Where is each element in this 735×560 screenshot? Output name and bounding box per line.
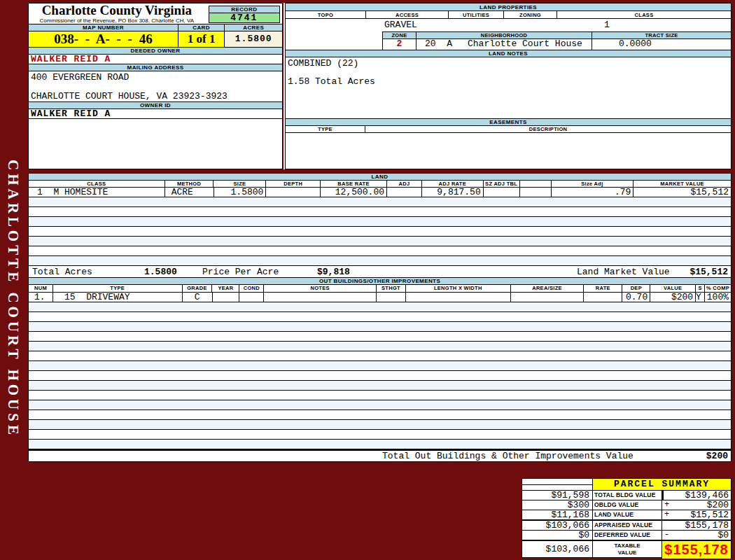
- neighborhood-value: 20 ACharlotte Court House: [416, 39, 592, 50]
- land-properties-values: GRAVEL 1 ZONE NEIGHBORHOOD TRACT SIZE 2 …: [286, 19, 731, 50]
- row-op: +: [662, 500, 671, 510]
- land-notes-text: COMBINED (22) 1.58 Total Acres: [286, 57, 731, 119]
- column-header-year: YEAR: [212, 285, 239, 292]
- ob-pct-comp-cell: 100%: [705, 293, 731, 302]
- column-header-type: TYPE: [286, 126, 365, 132]
- column-header-grade: GRADE: [183, 285, 213, 292]
- column-header-value: VALUE: [650, 285, 696, 292]
- parcel-summary: PARCEL SUMMARY $91,598 TOTAL BLDG VALUE …: [522, 478, 732, 558]
- column-header-topo: TOPO: [286, 11, 366, 18]
- prior-value: $91,598: [522, 491, 593, 500]
- column-header-dep: DEP: [622, 285, 650, 292]
- row-op: [662, 521, 671, 530]
- access-value: GRAVEL: [384, 20, 417, 29]
- column-header-type: TYPE: [53, 285, 183, 292]
- ob-type-cell: 15 DRIVEWAY: [53, 293, 183, 302]
- land-totals-row: Total Acres 1.5800 Price Per Acre $9,818…: [29, 266, 731, 278]
- land-method-cell: ACRE: [165, 188, 214, 197]
- neighborhood-label: NEIGHBORHOOD: [416, 32, 592, 38]
- summary-row-taxable: $103,066 TAXABLE VALUE $155,178: [522, 541, 731, 559]
- summary-row-land: $11,168 LAND VALUE + $15,512: [522, 510, 731, 521]
- record-box: RECORD 4741: [209, 6, 280, 23]
- summary-row-obldg: $300 OBLDG VALUE + $200: [522, 500, 731, 510]
- deeded-owner-value: WALKER REID A: [29, 55, 282, 64]
- land-depth-cell: [266, 188, 321, 197]
- mailing-address-label: MAILING ADDRESS: [29, 64, 282, 71]
- tract-size-value: 0.0000: [592, 39, 731, 50]
- taxable-label: TAXABLE VALUE: [593, 541, 662, 559]
- summary-row-appraised: $103,066 APPRAISED VALUE $155,178: [522, 521, 731, 531]
- column-header-zoning: ZONING: [504, 11, 557, 18]
- land-adj-cell: [387, 188, 422, 197]
- row-value: $155,178: [671, 521, 731, 530]
- column-header-description: DESCRIPTION: [365, 126, 731, 132]
- row-label: DEFERRED VALUE: [593, 531, 662, 540]
- ob-dep-cell: 0.70: [622, 293, 650, 302]
- map-number-value: 038- - A- - - 46: [29, 31, 178, 47]
- prior-value: $103,066: [522, 521, 593, 530]
- column-header-blank: [520, 181, 552, 187]
- land-empty-rows: [29, 197, 731, 266]
- prior-value: $300: [522, 500, 593, 510]
- county-sidebar-banner: CHARLOTTE COURT HOUSE: [4, 160, 22, 426]
- tract-size-label: TRACT SIZE: [592, 32, 731, 38]
- land-base-rate-cell: 12,500.00: [321, 188, 387, 197]
- record-value: 4741: [209, 13, 279, 22]
- row-op: [662, 491, 671, 500]
- map-card-acres-values: 038- - A- - - 46 1 of 1 1.5800: [29, 31, 282, 48]
- taxable-value: $155,178: [662, 541, 731, 559]
- ob-cond-cell: [239, 293, 264, 302]
- acres-value: 1.5800: [225, 31, 282, 47]
- land-size-adj-cell: .79: [552, 188, 634, 197]
- title-row: Charlotte County Virginia Commissioner o…: [29, 4, 282, 24]
- row-label: OBLDG VALUE: [593, 500, 662, 510]
- land-market-value-total: $15,512: [690, 267, 728, 277]
- property-record-page: CHARLOTTE COURT HOUSE Charlotte County V…: [0, 0, 735, 560]
- out-building-row: 1. 15 DRIVEWAY C 0.70 $200 Y 100%: [29, 293, 731, 302]
- price-per-acre-label: Price Per Acre: [202, 267, 279, 277]
- ob-sthgt-cell: [377, 293, 406, 302]
- ob-grade-cell: C: [183, 293, 213, 302]
- land-properties-headers: TOPO ACCESS UTILITIES ZONING CLASS: [286, 11, 731, 19]
- row-value: $139,466: [671, 491, 731, 500]
- zone-headers: ZONE NEIGHBORHOOD TRACT SIZE: [383, 32, 731, 39]
- total-acres-value: 1.5800: [144, 267, 177, 277]
- row-label: TOTAL BLDG VALUE: [593, 491, 662, 500]
- column-header-notes: NOTES: [264, 285, 377, 292]
- column-header-access: ACCESS: [366, 11, 449, 18]
- column-header-market-value: MARKET VALUE: [634, 181, 731, 187]
- price-per-acre-value: $9,818: [317, 267, 350, 277]
- neighborhood-name: Charlotte Court House: [468, 39, 582, 49]
- prior-value: $0: [522, 531, 593, 540]
- ob-num-cell: 1.: [29, 293, 53, 302]
- row-op: +: [662, 510, 671, 519]
- ob-rate-cell: [584, 293, 622, 302]
- parcel-summary-header: PARCEL SUMMARY: [522, 479, 731, 491]
- land-table-row: 1 M HOMESITE ACRE 1.5800 12,500.00 9,817…: [29, 188, 731, 197]
- class-value: 1: [604, 20, 610, 29]
- easements-headers: TYPE DESCRIPTION: [286, 126, 731, 133]
- column-header-depth: DEPTH: [266, 181, 321, 187]
- column-header-cond: COND: [239, 285, 264, 292]
- land-and-improvements-panel: LAND CLASS METHOD SIZE DEPTH BASE RATE A…: [28, 173, 732, 462]
- zone-values: 2 20 ACharlotte Court House 0.0000: [383, 39, 731, 50]
- card-label: CARD: [178, 24, 225, 31]
- zone-label: ZONE: [383, 32, 416, 38]
- row-op: -: [662, 531, 671, 540]
- map-card-acres-headers: MAP NUMBER CARD ACRES: [29, 24, 282, 31]
- summary-row-deferred: $0 DEFERRED VALUE - $0: [522, 531, 731, 541]
- ob-notes-cell: [264, 293, 377, 302]
- prior-value: $11,168: [522, 510, 593, 519]
- row-label: LAND VALUE: [593, 510, 662, 519]
- column-header-s: S: [696, 285, 705, 292]
- out-buildings-total-row: Total Out Buildings & Other Improvements…: [29, 449, 731, 461]
- neighborhood-code: 20 A: [416, 39, 452, 49]
- out-buildings-total-label: Total Out Buildings & Other Improvements…: [382, 451, 634, 461]
- zone-value: 2: [383, 39, 416, 50]
- column-header-num: NUM: [29, 285, 53, 292]
- land-sz-adj-tbl-cell: [484, 188, 520, 197]
- column-header-utilities: UTILITIES: [449, 11, 504, 18]
- address-line-2: CHARLOTTE COURT HOUSE, VA 23923-3923: [31, 92, 280, 101]
- county-title-block: Charlotte County Virginia Commissioner o…: [29, 4, 205, 24]
- row-label: APPRAISED VALUE: [593, 521, 662, 530]
